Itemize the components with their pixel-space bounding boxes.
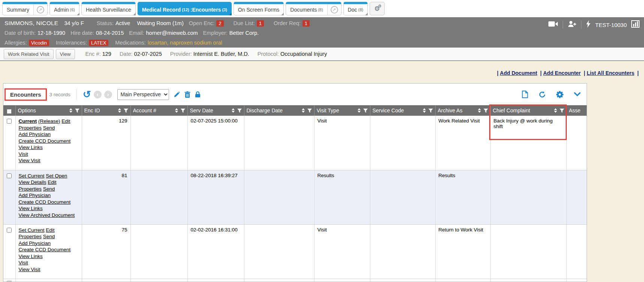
tab-admin[interactable]: Admin(6) <box>49 2 79 15</box>
row-checkbox-cell <box>3 170 15 224</box>
column-header-discharge-date[interactable]: Discharge Date <box>244 105 314 116</box>
sort-icon[interactable] <box>478 108 481 113</box>
tab-summary[interactable]: Summary↗ <box>2 2 48 15</box>
option-link-view-archived-document[interactable]: View Archived Document <box>19 212 75 218</box>
sort-icon[interactable] <box>232 108 235 113</box>
open-enc-badge[interactable]: 2 <box>216 20 223 27</box>
sort-icon[interactable] <box>423 108 426 113</box>
sort-icon[interactable] <box>358 108 361 113</box>
option-link-add-physician[interactable]: Add Physician <box>19 131 51 137</box>
column-header-enc-id[interactable]: Enc ID <box>82 105 130 116</box>
tab-on-screen-forms[interactable]: On Screen Forms <box>234 2 284 15</box>
filter-funnel-icon[interactable] <box>75 109 79 113</box>
option-link-view-links[interactable]: View Links <box>19 206 43 211</box>
intolerance-badge[interactable]: LATEX <box>89 40 108 46</box>
sort-icon[interactable] <box>175 108 178 113</box>
next-page-icon[interactable]: › <box>104 91 112 98</box>
delete-trash-icon[interactable] <box>184 91 190 98</box>
new-document-icon[interactable] <box>522 91 528 98</box>
filter-funnel-icon[interactable] <box>484 109 488 113</box>
lock-icon[interactable] <box>195 91 201 98</box>
option-link-current[interactable]: Current <box>19 118 37 124</box>
option-link-properties[interactable]: Properties <box>19 234 42 239</box>
add-encounter-link[interactable]: Add Encounter <box>543 70 581 76</box>
add-person-icon[interactable] <box>568 20 577 29</box>
column-header-chief-complaint[interactable]: Chief Complaint <box>490 105 566 116</box>
sort-icon[interactable] <box>69 108 72 113</box>
settings-gear-icon[interactable] <box>556 91 563 98</box>
row-checkbox[interactable] <box>7 173 12 178</box>
tab-popout-section[interactable]: ↗ <box>33 4 47 15</box>
row-checkbox[interactable] <box>7 281 12 282</box>
refresh-icon[interactable] <box>539 91 546 98</box>
column-header-serv-date[interactable]: Serv Date <box>187 105 244 116</box>
row-checkbox[interactable] <box>7 119 12 124</box>
option-link-set-open[interactable]: Set Open <box>46 173 67 179</box>
column-header-service-code[interactable]: Service Code <box>370 105 435 116</box>
tab-health-surveillance[interactable]: Health Surveillance <box>81 2 136 15</box>
filter-funnel-icon[interactable] <box>181 109 185 113</box>
sort-icon[interactable] <box>302 108 305 113</box>
tab-doc[interactable]: Doc(8) <box>343 2 368 15</box>
order-req-badge[interactable]: 1 <box>303 20 310 27</box>
video-call-icon[interactable] <box>548 21 558 29</box>
option-link-set-current[interactable]: Set Current <box>19 173 45 179</box>
work-related-visit-button[interactable]: Work Related Visit <box>4 49 54 59</box>
tab-medical-record[interactable]: Medical Record(12):Encounters(3) <box>138 2 232 15</box>
add-document-link[interactable]: Add Document <box>500 70 538 76</box>
tab-settings-button[interactable]: ⚙ ⚙ <box>370 2 385 15</box>
filter-funnel-icon[interactable] <box>237 109 242 113</box>
option-link-properties[interactable]: Properties <box>19 186 42 192</box>
option-link-create-ccd-document[interactable]: Create CCD Document <box>19 199 71 205</box>
column-header-visit-type[interactable]: Visit Type <box>314 105 370 116</box>
option-link-send[interactable]: Send <box>43 186 55 192</box>
due-list-badge[interactable]: 1 <box>257 20 264 27</box>
column-header-checkbox[interactable] <box>3 105 15 116</box>
filter-funnel-icon[interactable] <box>428 109 433 113</box>
option-link-add-physician[interactable]: Add Physician <box>19 192 51 198</box>
option-link-view-details[interactable]: View Details <box>19 179 46 185</box>
option-link-send[interactable]: Send <box>43 234 55 239</box>
option-link-create-ccd-document[interactable]: Create CCD Document <box>19 138 71 144</box>
filter-funnel-icon[interactable] <box>307 109 312 113</box>
list-all-encounters-link[interactable]: List All Encounters <box>587 70 634 76</box>
row-checkbox[interactable] <box>7 228 12 233</box>
prev-page-icon[interactable]: ‹ <box>94 91 102 98</box>
sort-icon[interactable] <box>118 108 121 113</box>
option-link-send[interactable]: Send <box>43 125 55 131</box>
option-link-edit[interactable]: Edit <box>48 179 56 185</box>
perspective-select[interactable]: Main Perspective <box>117 89 169 100</box>
lightning-icon[interactable] <box>586 20 591 29</box>
medications-list[interactable]: losartan, naproxen sodium oral <box>148 40 222 46</box>
column-header-options[interactable]: Options <box>15 105 82 116</box>
filter-funnel-icon[interactable] <box>124 109 128 113</box>
option-link-edit[interactable]: Edit <box>61 118 70 124</box>
option-link-visit[interactable]: Visit <box>19 151 28 157</box>
allergy-badge[interactable]: Vicodin <box>29 40 49 46</box>
tab-popout-section[interactable]: ↗ <box>327 4 341 15</box>
option-link--release-[interactable]: (Release) <box>38 118 60 124</box>
option-link-view-links[interactable]: View Links <box>19 254 43 259</box>
option-link-properties[interactable]: Properties <box>19 125 42 131</box>
undo-icon[interactable]: ↺ <box>83 90 91 99</box>
chevron-down-icon[interactable] <box>574 92 581 97</box>
option-link-add-physician[interactable]: Add Physician <box>19 240 51 246</box>
chart-stats-icon[interactable] <box>631 20 640 29</box>
option-link-set-current[interactable]: Set Current <box>19 227 45 233</box>
select-all-checkbox[interactable] <box>7 109 12 114</box>
column-header-account-[interactable]: Account # <box>130 105 187 116</box>
edit-pencil-icon[interactable] <box>174 91 180 98</box>
option-link-create-ccd-document[interactable]: Create CCD Document <box>19 247 71 252</box>
option-link-visit[interactable]: Visit <box>19 260 28 266</box>
option-link-view-visit[interactable]: View Visit <box>19 158 40 163</box>
filter-funnel-icon[interactable] <box>363 109 368 113</box>
filter-funnel-icon[interactable] <box>560 109 564 113</box>
view-button[interactable]: View <box>56 49 75 59</box>
option-link-edit[interactable]: Edit <box>46 227 54 233</box>
sort-icon[interactable] <box>554 108 557 113</box>
column-header-archive-as[interactable]: Archive As <box>435 105 490 116</box>
column-header-asse[interactable]: Asse <box>566 105 587 116</box>
tab-documents[interactable]: Documents(8)↗ <box>286 2 341 15</box>
option-link-view-links[interactable]: View Links <box>19 145 43 150</box>
option-link-view-visit[interactable]: View Visit <box>19 267 40 272</box>
